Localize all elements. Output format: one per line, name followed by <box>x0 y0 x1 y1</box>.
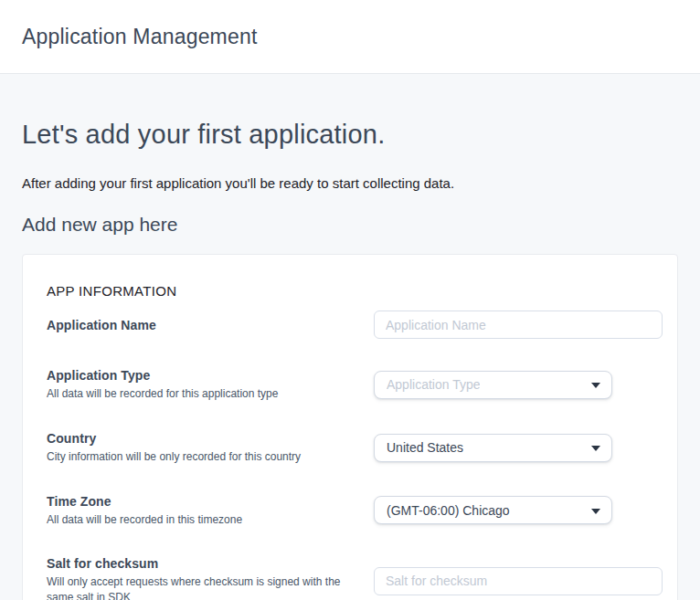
application-type-select-value: Application Type <box>387 377 480 392</box>
caret-down-icon <box>591 509 600 514</box>
salt-for-checksum-label: Salt for checksum <box>47 556 355 571</box>
salt-for-checksum-helper: Will only accept requests where checksum… <box>47 574 355 600</box>
application-name-label: Application Name <box>47 318 355 332</box>
onboarding-subheading: After adding your first application you'… <box>22 175 678 191</box>
form-row-application-name: Application Name <box>47 311 663 339</box>
caret-down-icon <box>591 446 600 451</box>
time-zone-helper: All data will be recorded in this timezo… <box>47 512 355 528</box>
form-row-time-zone: Time Zone All data will be recorded in t… <box>47 494 663 528</box>
application-type-helper: All data will be recorded for this appli… <box>47 386 355 402</box>
country-helper: City information will be only recorded f… <box>47 449 355 465</box>
time-zone-label: Time Zone <box>47 494 355 509</box>
add-app-section-heading: Add new app here <box>22 214 678 236</box>
time-zone-select-value: (GMT-06:00) Chicago <box>387 503 510 518</box>
top-header: Application Management <box>0 0 700 74</box>
time-zone-select[interactable]: (GMT-06:00) Chicago <box>374 496 612 524</box>
application-name-input[interactable] <box>374 311 663 339</box>
application-type-select[interactable]: Application Type <box>374 371 612 399</box>
onboarding-heading: Let's add your first application. <box>22 74 678 150</box>
country-label: Country <box>47 431 355 446</box>
country-select[interactable]: United States <box>374 434 612 462</box>
salt-for-checksum-input[interactable] <box>374 567 663 595</box>
caret-down-icon <box>591 383 600 388</box>
form-row-country: Country City information will be only re… <box>47 431 663 465</box>
form-row-salt-for-checksum: Salt for checksum Will only accept reque… <box>47 556 663 600</box>
app-information-card: APP INFORMATION Application Name Applica… <box>22 254 678 600</box>
country-select-value: United States <box>387 440 463 455</box>
card-section-title: APP INFORMATION <box>47 283 663 299</box>
application-type-label: Application Type <box>47 368 355 383</box>
page-title: Application Management <box>22 25 258 49</box>
main-content: Let's add your first application. After … <box>0 74 700 600</box>
form-row-application-type: Application Type All data will be record… <box>47 368 663 402</box>
